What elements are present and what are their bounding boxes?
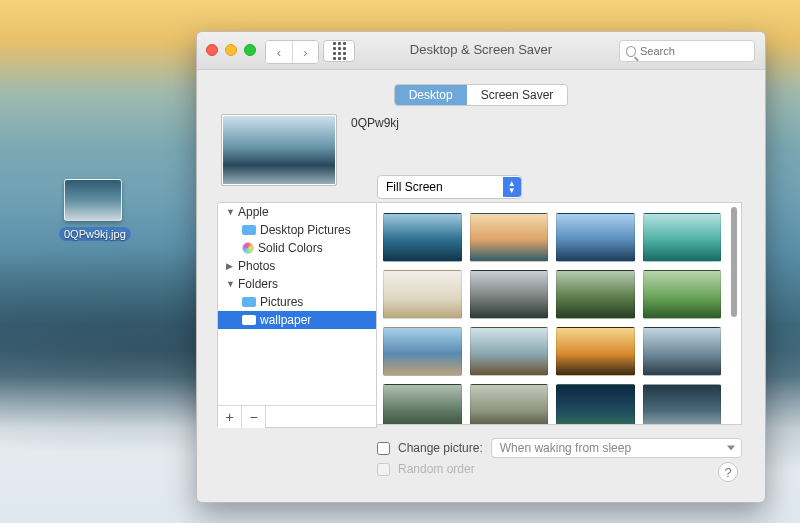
change-picture-label: Change picture: (398, 441, 483, 455)
source-photos[interactable]: ▶Photos (218, 257, 376, 275)
wallpaper-thumbnail[interactable] (556, 327, 635, 376)
help-button[interactable]: ? (718, 462, 738, 482)
titlebar: ‹ › Desktop & Screen Saver (197, 32, 765, 70)
source-list: ▼Apple Desktop Pictures Solid Colors ▶Ph… (217, 202, 377, 428)
tab-desktop[interactable]: Desktop (395, 85, 467, 105)
wallpaper-thumbnail[interactable] (383, 213, 462, 262)
tab-bar: Desktop Screen Saver (197, 84, 765, 106)
remove-source-button[interactable]: − (242, 406, 266, 428)
wallpaper-thumbnail[interactable] (383, 327, 462, 376)
source-list-footer: + − (218, 405, 376, 427)
stepper-arrows-icon: ▲▼ (503, 177, 521, 197)
preview-thumbnail (221, 114, 337, 186)
fill-mode-select[interactable]: Fill Screen ▲▼ (377, 175, 522, 199)
source-folders[interactable]: ▼Folders (218, 275, 376, 293)
wallpaper-thumbnail[interactable] (470, 270, 549, 319)
wallpaper-thumbnail[interactable] (383, 384, 462, 424)
source-pictures[interactable]: Pictures (218, 293, 376, 311)
current-wallpaper-preview: 0QPw9kj (221, 114, 399, 186)
fill-mode-value: Fill Screen (386, 180, 443, 194)
wallpaper-thumbnail[interactable] (643, 270, 722, 319)
search-field[interactable] (619, 40, 755, 62)
wallpaper-thumbnail[interactable] (556, 270, 635, 319)
grid-scrollbar[interactable] (729, 205, 739, 422)
preview-name: 0QPw9kj (351, 114, 399, 130)
folder-icon (242, 225, 256, 235)
wallpaper-thumbnail[interactable] (643, 213, 722, 262)
color-wheel-icon (242, 242, 254, 254)
wallpaper-thumbnail[interactable] (643, 384, 722, 424)
tab-screensaver[interactable]: Screen Saver (467, 85, 568, 105)
wallpaper-thumbnail[interactable] (470, 327, 549, 376)
change-picture-checkbox[interactable] (377, 442, 390, 455)
add-source-button[interactable]: + (218, 406, 242, 428)
wallpaper-thumbnail[interactable] (643, 327, 722, 376)
wallpaper-thumbnail[interactable] (556, 384, 635, 424)
folder-icon (242, 297, 256, 307)
random-order-label: Random order (398, 462, 475, 476)
change-picture-interval-select[interactable]: When waking from sleep (491, 438, 742, 458)
desktop-file[interactable]: 0QPw9kj.jpg (59, 179, 127, 241)
source-wallpaper[interactable]: wallpaper (218, 311, 376, 329)
wallpaper-thumbnail[interactable] (556, 213, 635, 262)
source-apple[interactable]: ▼Apple (218, 203, 376, 221)
search-input[interactable] (640, 45, 748, 57)
bottom-controls: Change picture: When waking from sleep R… (377, 438, 742, 480)
source-desktop-pictures[interactable]: Desktop Pictures (218, 221, 376, 239)
wallpaper-thumbnail[interactable] (470, 213, 549, 262)
file-label: 0QPw9kj.jpg (59, 227, 131, 241)
source-solid-colors[interactable]: Solid Colors (218, 239, 376, 257)
wallpaper-thumbnail[interactable] (470, 384, 549, 424)
search-icon (626, 46, 636, 57)
file-thumbnail (64, 179, 122, 221)
preferences-window: ‹ › Desktop & Screen Saver Desktop Scree… (196, 31, 766, 503)
wallpaper-grid (377, 202, 742, 425)
wallpaper-thumbnail[interactable] (383, 270, 462, 319)
scrollbar-handle[interactable] (731, 207, 737, 317)
random-order-checkbox (377, 463, 390, 476)
folder-icon (242, 315, 256, 325)
